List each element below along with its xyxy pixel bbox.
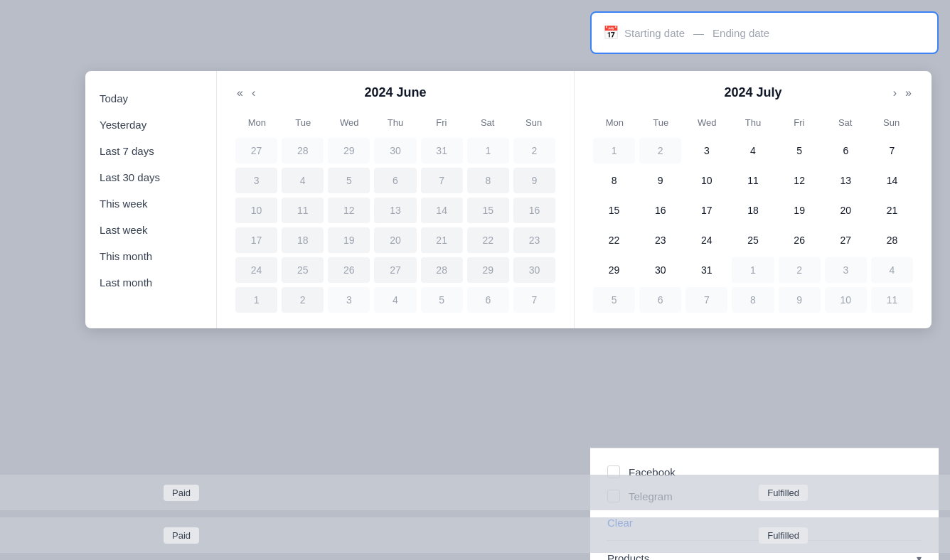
day-cell[interactable]: 12: [779, 168, 821, 193]
day-cell[interactable]: 26: [328, 257, 370, 283]
day-cell[interactable]: 2: [779, 257, 821, 283]
day-cell[interactable]: 19: [328, 227, 370, 253]
day-cell[interactable]: 7: [421, 168, 463, 193]
quick-select-last-30-days[interactable]: Last 30 days: [85, 164, 216, 190]
day-cell[interactable]: 27: [825, 227, 867, 253]
day-cell[interactable]: 28: [421, 257, 463, 283]
day-cell[interactable]: 8: [593, 168, 635, 193]
day-cell[interactable]: 5: [328, 168, 370, 193]
quick-select-last-7-days[interactable]: Last 7 days: [85, 138, 216, 164]
date-range-input[interactable]: 📅 Starting date — Ending date: [590, 11, 939, 54]
day-cell[interactable]: 7: [685, 287, 727, 313]
june-prev-btn[interactable]: ‹: [249, 86, 258, 100]
day-cell[interactable]: 11: [732, 168, 774, 193]
day-cell[interactable]: 6: [825, 138, 867, 163]
day-cell[interactable]: 27: [374, 257, 416, 283]
quick-select-this-month[interactable]: This month: [85, 243, 216, 269]
july-next-btn[interactable]: ›: [890, 86, 900, 100]
day-cell[interactable]: 7: [513, 287, 555, 313]
day-cell[interactable]: 16: [513, 198, 555, 223]
day-cell[interactable]: 16: [639, 198, 681, 223]
bg-row-2: Paid Fulfilled: [0, 517, 950, 553]
day-cell[interactable]: 3: [235, 168, 277, 193]
day-cell[interactable]: 21: [871, 198, 913, 223]
day-cell[interactable]: 30: [639, 257, 681, 283]
july-next-next-btn[interactable]: »: [902, 86, 914, 100]
day-cell[interactable]: 19: [779, 198, 821, 223]
day-cell[interactable]: 12: [328, 198, 370, 223]
day-cell[interactable]: 5: [779, 138, 821, 163]
day-cell[interactable]: 18: [282, 227, 324, 253]
day-cell[interactable]: 22: [593, 227, 635, 253]
day-cell[interactable]: 6: [374, 168, 416, 193]
day-cell[interactable]: 11: [282, 198, 324, 223]
day-cell[interactable]: 10: [825, 287, 867, 313]
day-cell[interactable]: 31: [421, 138, 463, 163]
quick-select-last-month[interactable]: Last month: [85, 269, 216, 296]
day-cell[interactable]: 2: [513, 138, 555, 163]
day-cell[interactable]: 13: [825, 168, 867, 193]
day-cell[interactable]: 20: [374, 227, 416, 253]
day-cell[interactable]: 26: [779, 227, 821, 253]
day-cell[interactable]: 3: [328, 287, 370, 313]
day-cell[interactable]: 5: [421, 287, 463, 313]
day-cell[interactable]: 20: [825, 198, 867, 223]
day-cell[interactable]: 18: [732, 198, 774, 223]
day-cell[interactable]: 10: [685, 168, 727, 193]
day-cell[interactable]: 25: [732, 227, 774, 253]
day-cell[interactable]: 11: [871, 287, 913, 313]
day-cell[interactable]: 29: [467, 257, 509, 283]
june-prev-prev-btn[interactable]: «: [234, 86, 246, 100]
day-cell[interactable]: 28: [871, 227, 913, 253]
day-cell[interactable]: 9: [513, 168, 555, 193]
weekday-wed-jul: Wed: [684, 114, 730, 131]
day-cell[interactable]: 24: [685, 227, 727, 253]
day-cell[interactable]: 14: [871, 168, 913, 193]
quick-select-last-week[interactable]: Last week: [85, 217, 216, 243]
day-cell[interactable]: 17: [235, 227, 277, 253]
day-cell[interactable]: 22: [467, 227, 509, 253]
day-cell[interactable]: 17: [685, 198, 727, 223]
day-cell[interactable]: 5: [593, 287, 635, 313]
day-cell[interactable]: 4: [282, 168, 324, 193]
day-cell[interactable]: 10: [235, 198, 277, 223]
day-cell[interactable]: 6: [639, 287, 681, 313]
day-cell[interactable]: 30: [374, 138, 416, 163]
day-cell[interactable]: 15: [467, 198, 509, 223]
day-cell[interactable]: 23: [513, 227, 555, 253]
day-cell[interactable]: 9: [639, 168, 681, 193]
day-cell[interactable]: 13: [374, 198, 416, 223]
day-cell[interactable]: 3: [685, 138, 727, 163]
day-cell[interactable]: 29: [328, 138, 370, 163]
day-cell[interactable]: 24: [235, 257, 277, 283]
day-cell[interactable]: 1: [467, 138, 509, 163]
day-cell[interactable]: 8: [467, 168, 509, 193]
day-cell[interactable]: 31: [685, 257, 727, 283]
day-cell[interactable]: 8: [732, 287, 774, 313]
quick-select-this-week[interactable]: This week: [85, 190, 216, 217]
fulfilled-badge-2: Fulfilled: [759, 527, 808, 544]
quick-select-yesterday[interactable]: Yesterday: [85, 112, 216, 138]
day-cell[interactable]: 27: [235, 138, 277, 163]
day-cell[interactable]: 23: [639, 227, 681, 253]
day-cell[interactable]: 2: [639, 138, 681, 163]
day-cell[interactable]: 6: [467, 287, 509, 313]
day-cell[interactable]: 15: [593, 198, 635, 223]
day-cell[interactable]: 21: [421, 227, 463, 253]
quick-select-today[interactable]: Today: [85, 85, 216, 112]
day-cell[interactable]: 25: [282, 257, 324, 283]
day-cell[interactable]: 3: [825, 257, 867, 283]
day-cell[interactable]: 4: [871, 257, 913, 283]
day-cell[interactable]: 1: [235, 287, 277, 313]
day-cell[interactable]: 4: [732, 138, 774, 163]
day-cell[interactable]: 1: [732, 257, 774, 283]
day-cell[interactable]: 2: [282, 287, 324, 313]
day-cell[interactable]: 28: [282, 138, 324, 163]
day-cell[interactable]: 30: [513, 257, 555, 283]
day-cell[interactable]: 9: [779, 287, 821, 313]
day-cell[interactable]: 14: [421, 198, 463, 223]
day-cell[interactable]: 29: [593, 257, 635, 283]
day-cell[interactable]: 7: [871, 138, 913, 163]
day-cell[interactable]: 1: [593, 138, 635, 163]
day-cell[interactable]: 4: [374, 287, 416, 313]
